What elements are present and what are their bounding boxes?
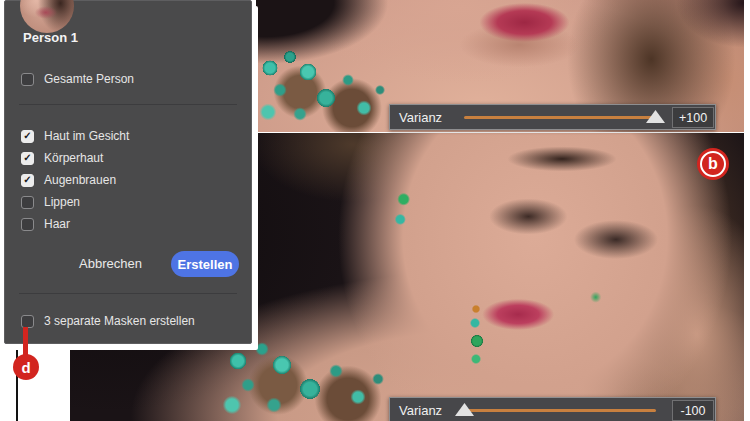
variance-slider-top: Varianz +100 (389, 104, 716, 130)
checkbox-label: Gesamte Person (44, 72, 134, 86)
checkbox-eyebrows[interactable] (21, 174, 34, 187)
slider-track[interactable] (464, 116, 656, 119)
slider-value: +100 (672, 107, 714, 128)
annotation-connector-line (23, 327, 28, 357)
checkbox-row-whole-person[interactable]: Gesamte Person (21, 72, 134, 86)
variance-slider-bottom: Varianz -100 (389, 397, 716, 421)
magazine-page: Person 1 Gesamte Person Haut im Gesicht … (0, 0, 750, 421)
checkbox-row-hair[interactable]: Haar (21, 213, 241, 235)
checkbox-row-body-skin[interactable]: Körperhaut (21, 147, 241, 169)
checkbox-label: Haut im Gesicht (44, 129, 129, 143)
checkbox-face-skin[interactable] (21, 130, 34, 143)
checkbox-whole-person[interactable] (21, 73, 34, 86)
person-avatar (20, 0, 74, 33)
checkbox-label: Augenbrauen (44, 173, 116, 187)
checkbox-label: Haar (44, 217, 70, 231)
checkbox-hair[interactable] (21, 218, 34, 231)
checkbox-separate-masks[interactable] (21, 315, 34, 328)
checkbox-lips[interactable] (21, 196, 34, 209)
person-mask-dialog: Person 1 Gesamte Person Haut im Gesicht … (4, 0, 252, 344)
person-title: Person 1 (23, 30, 78, 45)
checkbox-label: 3 separate Masken erstellen (44, 314, 195, 328)
earring-decoration (468, 303, 484, 373)
checkbox-row-lips[interactable]: Lippen (21, 191, 241, 213)
divider (19, 104, 237, 105)
checkbox-label: Lippen (44, 195, 80, 209)
slider-label: Varianz (399, 110, 442, 125)
checkbox-row-separate-masks[interactable]: 3 separate Masken erstellen (21, 314, 195, 328)
jewelry-decoration (256, 48, 411, 132)
bracelet-decoration (218, 335, 413, 421)
annotation-badge-ring: b (700, 151, 726, 177)
create-button[interactable]: Erstellen (171, 251, 239, 277)
slider-label: Varianz (399, 403, 442, 418)
slider-track[interactable] (464, 409, 656, 412)
annotation-badge-d: d (13, 354, 39, 380)
feature-checkbox-list: Haut im Gesicht Körperhaut Augenbrauen L… (21, 125, 241, 235)
slider-value: -100 (672, 400, 714, 421)
annotation-badge-b: b (697, 148, 729, 180)
checkbox-body-skin[interactable] (21, 152, 34, 165)
divider (19, 293, 237, 294)
checkbox-label: Körperhaut (44, 151, 103, 165)
cancel-button[interactable]: Abbrechen (71, 252, 150, 275)
checkbox-row-eyebrows[interactable]: Augenbrauen (21, 169, 241, 191)
checkbox-row-face-skin[interactable]: Haut im Gesicht (21, 125, 241, 147)
